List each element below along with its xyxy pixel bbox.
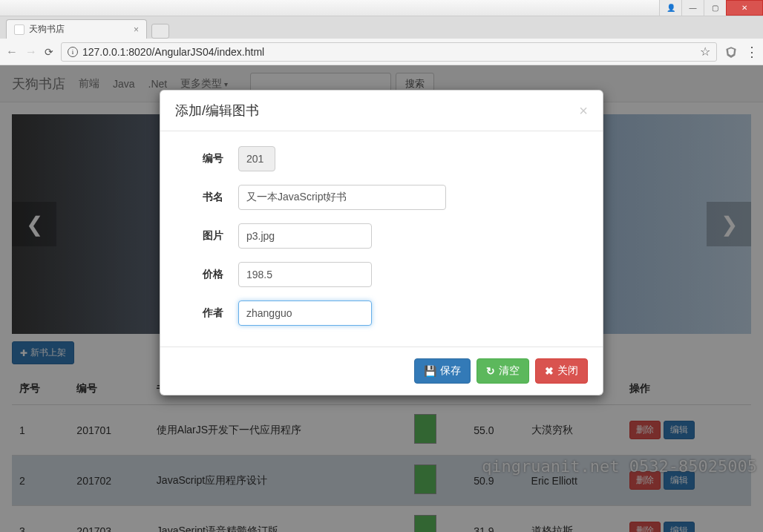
page-content: 天狗书店 前端 Java .Net 更多类型 搜索 ❮ ❯ ✚ 新书上架 序号 … (0, 65, 763, 532)
close-button[interactable]: ✖ 关闭 (535, 358, 588, 384)
url-text: 127.0.0.1:8020/AngularJS04/index.html (82, 46, 264, 58)
forward-button[interactable]: → (25, 45, 37, 59)
label-price: 价格 (183, 268, 238, 281)
os-titlebar: 👤 — ▢ ✕ (0, 0, 763, 16)
user-icon[interactable]: 👤 (659, 0, 681, 16)
browser-tab-strip: 天狗书店 × (0, 16, 763, 39)
refresh-icon: ↻ (486, 365, 495, 377)
address-bar: ← → ⟳ i 127.0.0.1:8020/AngularJS04/index… (0, 39, 763, 65)
back-button[interactable]: ← (6, 45, 18, 59)
os-close-button[interactable]: ✕ (726, 0, 763, 16)
input-price[interactable] (238, 262, 372, 287)
save-icon: 💾 (424, 365, 436, 377)
site-info-icon[interactable]: i (68, 47, 78, 57)
close-icon: ✖ (545, 365, 554, 377)
reload-button[interactable]: ⟳ (45, 46, 53, 58)
maximize-button[interactable]: ▢ (704, 0, 726, 16)
bookmark-icon[interactable]: ☆ (700, 45, 710, 59)
favicon-icon (14, 24, 24, 35)
url-input[interactable]: i 127.0.0.1:8020/AngularJS04/index.html … (61, 42, 717, 62)
input-pic[interactable] (238, 223, 372, 249)
input-name[interactable] (238, 185, 446, 210)
save-button[interactable]: 💾 保存 (414, 358, 471, 384)
clear-button[interactable]: ↻ 清空 (477, 358, 529, 384)
minimize-button[interactable]: — (681, 0, 704, 16)
tab-title: 天狗书店 (29, 23, 65, 36)
angular-extension-icon[interactable] (724, 45, 738, 59)
edit-book-modal: 添加/编辑图书 × 编号 书名 图片 价格 作者 (160, 90, 603, 395)
tab-close-icon[interactable]: × (134, 24, 139, 35)
browser-menu-button[interactable]: ⋮ (745, 44, 757, 60)
modal-title: 添加/编辑图书 (175, 102, 259, 119)
input-id (238, 146, 275, 171)
label-pic: 图片 (183, 229, 238, 243)
label-id: 编号 (183, 152, 238, 165)
label-author: 作者 (183, 306, 238, 320)
new-tab-button[interactable] (151, 24, 169, 39)
modal-close-icon[interactable]: × (579, 102, 588, 119)
label-name: 书名 (183, 191, 238, 204)
browser-tab[interactable]: 天狗书店 × (6, 19, 147, 39)
input-author[interactable] (238, 301, 372, 326)
